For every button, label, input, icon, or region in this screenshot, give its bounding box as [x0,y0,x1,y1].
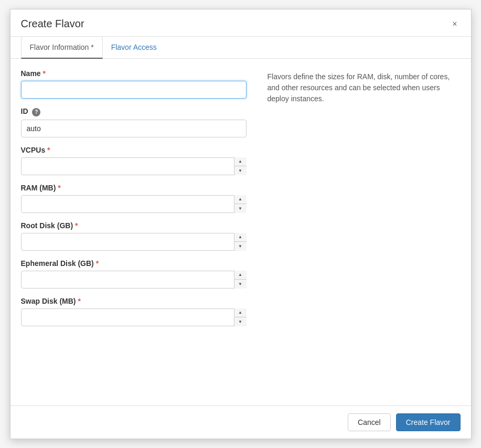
swap-disk-spinner-buttons: ▲ ▼ [234,308,247,326]
tab-flavor-access[interactable]: Flavor Access [103,37,165,59]
id-help-icon[interactable]: ? [32,108,40,116]
swap-disk-spinner-wrapper: ▲ ▼ [21,308,247,326]
close-button[interactable]: × [449,18,460,30]
id-group: ID ? [21,107,247,137]
tab-flavor-information[interactable]: Flavor Information * [21,36,103,59]
modal-header: Create Flavor × [10,9,471,37]
id-label: ID ? [21,107,247,116]
vcpus-required: * [47,146,50,154]
cancel-button[interactable]: Cancel [348,413,391,431]
create-flavor-modal: Create Flavor × Flavor Information * Fla… [10,9,472,439]
root-disk-required: * [75,221,78,230]
root-disk-increment-button[interactable]: ▲ [234,233,247,242]
vcpus-label: VCPUs * [21,146,247,154]
id-input[interactable] [21,120,247,137]
name-label: Name * [21,69,247,78]
vcpus-spinner-wrapper: ▲ ▼ [21,157,247,175]
ephemeral-disk-label: Ephemeral Disk (GB) * [21,259,247,268]
vcpus-decrement-button[interactable]: ▼ [234,166,247,175]
ephemeral-disk-increment-button[interactable]: ▲ [234,271,247,280]
modal-title: Create Flavor [21,18,84,30]
name-group: Name * [21,69,247,99]
vcpus-increment-button[interactable]: ▲ [234,157,247,167]
ram-input[interactable] [21,195,247,213]
tabs-bar: Flavor Information * Flavor Access [10,37,471,59]
modal-footer: Cancel Create Flavor [10,406,471,439]
swap-disk-increment-button[interactable]: ▲ [234,308,247,318]
root-disk-label: Root Disk (GB) * [21,221,247,230]
ram-required: * [58,184,60,192]
swap-disk-input[interactable] [21,308,247,326]
root-disk-input[interactable] [21,233,247,251]
ram-increment-button[interactable]: ▲ [234,195,247,205]
swap-disk-required: * [78,297,80,305]
vcpus-spinner-buttons: ▲ ▼ [234,157,247,175]
info-text: Flavors define the sizes for RAM, disk, … [268,71,461,104]
ram-decrement-button[interactable]: ▼ [234,204,247,213]
swap-disk-label: Swap Disk (MB) * [21,297,247,305]
modal-overlay: Create Flavor × Flavor Information * Fla… [0,0,481,448]
ephemeral-disk-group: Ephemeral Disk (GB) * ▲ ▼ [21,259,247,289]
vcpus-input[interactable] [21,157,247,175]
ephemeral-disk-required: * [96,259,99,268]
ram-spinner-buttons: ▲ ▼ [234,195,247,213]
ephemeral-disk-decrement-button[interactable]: ▼ [234,280,247,289]
name-input[interactable] [21,81,247,99]
info-section: Flavors define the sizes for RAM, disk, … [268,69,461,395]
vcpus-group: VCPUs * ▲ ▼ [21,146,247,175]
modal-body: Name * ID ? VCPUs [10,59,471,406]
ephemeral-disk-input[interactable] [21,271,247,289]
root-disk-group: Root Disk (GB) * ▲ ▼ [21,221,247,251]
ram-spinner-wrapper: ▲ ▼ [21,195,247,213]
ephemeral-disk-spinner-wrapper: ▲ ▼ [21,271,247,289]
ram-label: RAM (MB) * [21,184,247,192]
form-section: Name * ID ? VCPUs [21,69,247,395]
ephemeral-disk-spinner-buttons: ▲ ▼ [234,271,247,289]
ram-group: RAM (MB) * ▲ ▼ [21,184,247,213]
create-flavor-button[interactable]: Create Flavor [396,413,461,431]
name-required: * [43,69,46,78]
swap-disk-decrement-button[interactable]: ▼ [234,317,247,326]
root-disk-spinner-wrapper: ▲ ▼ [21,233,247,251]
root-disk-spinner-buttons: ▲ ▼ [234,233,247,251]
swap-disk-group: Swap Disk (MB) * ▲ ▼ [21,297,247,326]
root-disk-decrement-button[interactable]: ▼ [234,242,247,251]
